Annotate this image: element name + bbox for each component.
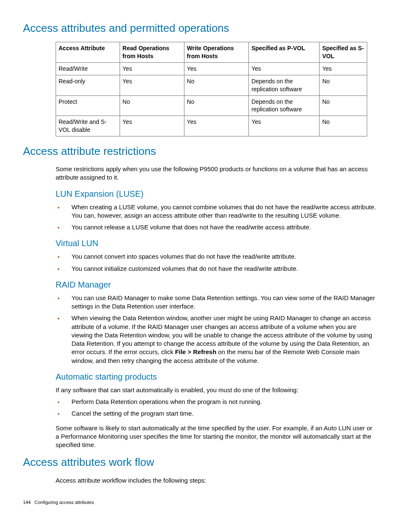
restrictions-intro-text: Some restrictions apply when you use the… [56, 165, 376, 182]
list-item: You cannot initialize customized volumes… [64, 265, 376, 273]
auto-intro-text: If any software that can start automatic… [56, 386, 376, 394]
th-access-attribute: Access Attribute [56, 42, 120, 63]
workflow-intro-text: Access attribute workflow includes the f… [56, 476, 376, 485]
cell: Yes [120, 75, 184, 95]
cell: Depends on the replication software [249, 95, 320, 116]
cell: Read/Write [56, 62, 120, 75]
cell: Depends on the replication software [249, 75, 320, 95]
table-header-row: Access Attribute Read Operations from Ho… [56, 42, 367, 63]
footer-title: Configuring access attributes [35, 500, 94, 505]
access-attributes-table: Access Attribute Read Operations from Ho… [56, 42, 367, 136]
list-item: You can use RAID Manager to make some Da… [64, 294, 376, 311]
list-item: When viewing the Data Retention window, … [64, 314, 376, 365]
cell: Yes [120, 116, 184, 136]
cell: No [184, 75, 248, 95]
cell: Yes [249, 62, 320, 75]
th-pvol: Specified as P-VOL [249, 42, 320, 63]
cell: No [120, 95, 184, 116]
auto-outro-text: Some software is likely to start automat… [56, 424, 376, 450]
cell: No [320, 116, 367, 136]
cell: No [184, 95, 248, 116]
auto-list: Perform Data Retention operations when t… [56, 398, 376, 418]
cell: No [320, 95, 367, 116]
heading-virtual-lun: Virtual LUN [56, 238, 376, 249]
heading-raid-manager: RAID Manager [56, 279, 376, 290]
table-row: Read-only Yes No Depends on the replicat… [56, 75, 367, 95]
cell: Yes [184, 62, 248, 75]
cell: Yes [184, 116, 248, 136]
list-item: Cancel the setting of the program start … [64, 409, 376, 418]
raid-list: You can use RAID Manager to make some Da… [56, 294, 376, 365]
th-write-ops: Write Operations from Hosts [184, 42, 248, 63]
heading-luse: LUN Expansion (LUSE) [56, 188, 376, 200]
cell: Read-only [56, 75, 120, 95]
file-refresh-label: File > Refresh [175, 348, 217, 355]
heading-restrictions: Access attribute restrictions [23, 144, 376, 159]
cell: Yes [249, 116, 320, 136]
list-item: Perform Data Retention operations when t… [64, 398, 376, 406]
cell: Yes [320, 62, 367, 75]
cell: Protect [56, 95, 120, 116]
table-row: Read/Write and S-VOL disable Yes Yes Yes… [56, 116, 367, 136]
heading-permitted-ops: Access attributes and permitted operatio… [23, 21, 376, 36]
list-item: You cannot convert into spaces volumes t… [64, 252, 376, 261]
cell: Read/Write and S-VOL disable [56, 116, 120, 136]
th-read-ops: Read Operations from Hosts [120, 42, 184, 63]
heading-auto-start: Automatic starting products [56, 371, 376, 383]
luse-list: When creating a LUSE volume, you cannot … [56, 203, 376, 232]
list-item: When creating a LUSE volume, you cannot … [64, 203, 376, 220]
heading-workflow: Access attributes work flow [23, 455, 376, 470]
cell: No [320, 75, 367, 95]
table-row: Read/Write Yes Yes Yes Yes [56, 62, 367, 75]
table-row: Protect No No Depends on the replication… [56, 95, 367, 116]
page-number: 144 [23, 500, 31, 505]
page-footer: 144 Configuring access attributes [23, 499, 376, 506]
vlun-list: You cannot convert into spaces volumes t… [56, 252, 376, 273]
list-item: You cannot release a LUSE volume that do… [64, 223, 376, 231]
th-svol: Specified as S-VOL [320, 42, 367, 63]
cell: Yes [120, 62, 184, 75]
